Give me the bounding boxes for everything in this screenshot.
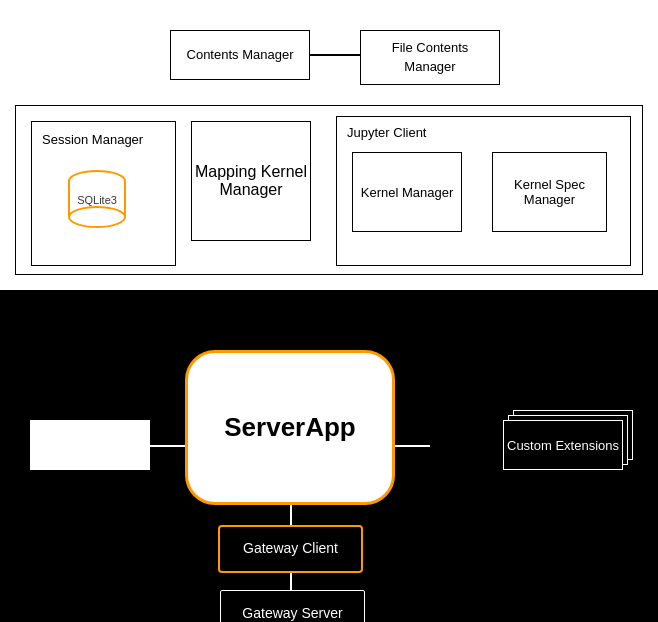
kernel-manager-box: Kernel Manager (352, 152, 462, 232)
gateway-server-label: Gateway Server (242, 604, 342, 622)
svg-text:SQLite3: SQLite3 (77, 194, 117, 206)
sqlite-icon: SQLite3 (62, 167, 132, 232)
contents-manager-box: Contents Manager (170, 30, 310, 80)
config-manager-label: Config Manager (44, 436, 137, 454)
gateway-client-label: Gateway Client (243, 539, 338, 559)
jupyter-client-label: Jupyter Client (347, 125, 426, 140)
mapping-kernel-manager-box: Mapping KernelManager (191, 121, 311, 241)
server-extensions-connector (395, 445, 430, 447)
kernel-manager-label: Kernel Manager (361, 185, 454, 200)
server-app-box: ServerApp (185, 350, 395, 505)
kernel-spec-manager-label: Kernel SpecManager (514, 177, 585, 207)
custom-extensions-box-front: Custom Extensions (503, 420, 623, 470)
gateway-client-box: Gateway Client (218, 525, 363, 573)
svg-point-4 (69, 207, 125, 227)
client-server-connector (290, 573, 292, 591)
main-outer-box: Session Manager SQLite3 Mapping KernelMa… (15, 105, 643, 275)
custom-extensions-label: Custom Extensions (507, 438, 619, 453)
gateway-server-box: Gateway Server (220, 590, 365, 622)
jupyter-client-outer-box: Jupyter Client Kernel Manager Kernel Spe… (336, 116, 631, 266)
contents-manager-label: Contents Manager (187, 46, 294, 64)
config-server-connector (150, 445, 188, 447)
server-gateway-connector (290, 505, 292, 527)
session-manager-box: Session Manager SQLite3 (31, 121, 176, 266)
connector-line-1 (310, 54, 360, 56)
kernel-spec-manager-box: Kernel SpecManager (492, 152, 607, 232)
file-contents-manager-box: File ContentsManager (360, 30, 500, 85)
session-manager-label: Session Manager (42, 132, 143, 147)
mapping-kernel-manager-label: Mapping KernelManager (195, 163, 307, 199)
top-section: Contents Manager File ContentsManager Se… (0, 0, 658, 290)
file-contents-manager-label: File ContentsManager (392, 39, 469, 75)
config-manager-box: Config Manager (30, 420, 150, 470)
custom-extensions-wrapper: Custom Extensions (503, 410, 633, 480)
server-app-label: ServerApp (224, 412, 356, 443)
bottom-section: Config Manager ServerApp Custom Extensio… (0, 290, 658, 622)
